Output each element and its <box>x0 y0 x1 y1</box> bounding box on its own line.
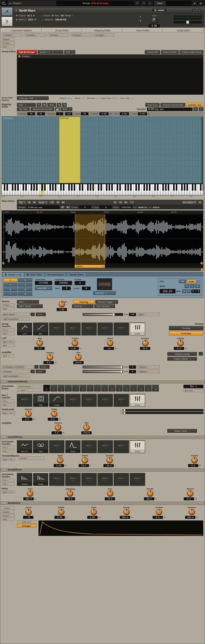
start-marker-handle[interactable] <box>2 262 4 264</box>
edit-dropdown[interactable]: Edit <box>2 482 15 486</box>
knob-value[interactable]: 0.00 <box>55 516 65 519</box>
tab-sample-editor[interactable]: Sample Editor <box>67 273 86 276</box>
play-icon[interactable] <box>124 201 128 204</box>
hqi-dropdown[interactable]: HQI: standard <box>94 304 115 308</box>
xfade-value[interactable]: 0 <box>75 281 85 285</box>
collapse-modulation-icon[interactable] <box>2 501 6 504</box>
ncolor-knob[interactable] <box>142 340 149 346</box>
loop-edit-dropdown[interactable]: Loop Edit <box>35 286 52 290</box>
expand-view-icon[interactable] <box>62 103 67 107</box>
zoom-tool-icon[interactable] <box>18 201 26 204</box>
panel-grip-icon[interactable] <box>198 201 202 204</box>
ahd-only-button[interactable]: AHD Only <box>17 520 36 524</box>
bypass-button[interactable]: Byp. <box>2 458 8 461</box>
waveform-display[interactable] <box>2 214 203 265</box>
bypass-button[interactable]: Byp. <box>2 490 8 494</box>
fx-slot-transient[interactable]: Trans. <box>65 440 81 453</box>
mod-button[interactable]: Mod <box>2 344 15 347</box>
script-tab-2[interactable]: <empty> <box>25 33 46 37</box>
mute-button[interactable]: M <box>138 19 142 23</box>
fx-slot-compressor[interactable]: Compr. <box>49 394 64 407</box>
tm-output-knob[interactable] <box>191 457 198 464</box>
tab-script-editor[interactable]: Script Editor <box>163 28 203 32</box>
send-level-slider-2[interactable] <box>123 412 203 414</box>
bus-button-4[interactable]: 4 <box>65 385 72 391</box>
add-modulator-dropdown[interactable]: add modulator ... <box>2 374 30 378</box>
knob-value[interactable]: 0.0 <box>184 497 194 500</box>
script-tab-4[interactable]: <empty> <box>71 33 92 37</box>
excl-grp-dropdown[interactable]: Excl. Grp: - <box>119 97 134 99</box>
next-instrument-icon[interactable] <box>198 1 203 5</box>
collapse-sends-icon[interactable] <box>2 468 6 471</box>
edit-all-groups-toggle[interactable]: Edit all Groups <box>91 2 108 5</box>
tracking-button[interactable]: Tracking <box>73 300 95 304</box>
add-modulator-dropdown[interactable]: add modulator ... <box>2 317 30 321</box>
reverse-button[interactable]: Reverse <box>72 304 93 308</box>
fx-slot-empty[interactable]: Add Fx <box>65 323 81 335</box>
knob-value[interactable]: 300.0 <box>185 516 195 519</box>
knob-value[interactable]: 20.0 <box>140 347 150 350</box>
loop-slot-4[interactable]: 4 <box>18 283 32 287</box>
grid-scrollbar[interactable] <box>202 117 203 183</box>
tab-zone-envelopes[interactable]: Zone Envelopes <box>45 273 66 276</box>
bus-button-2[interactable]: 2 <box>51 385 57 391</box>
modulation-menu-icon[interactable]: ▾ <box>199 501 203 504</box>
mapping-edit-menu[interactable]: Edit <box>17 103 36 107</box>
midi-next-icon[interactable] <box>35 18 36 21</box>
prev-marker-icon[interactable] <box>56 201 60 204</box>
tab-wave-editor[interactable]: Wave Editor <box>123 28 163 32</box>
loop-tune-value[interactable]: 0 <box>62 287 71 290</box>
noise-knob[interactable] <box>107 340 113 346</box>
source-preset-dropdown[interactable]: Preset <box>2 303 15 306</box>
end-marker-handle[interactable] <box>201 262 203 264</box>
env-release-knob[interactable] <box>189 509 195 515</box>
solo-zone-button[interactable]: Solo Zone <box>145 103 159 107</box>
krange-low[interactable]: F0 <box>27 112 35 115</box>
help-icon[interactable]: ? <box>197 280 200 283</box>
loop-slot-5[interactable]: 5 <box>3 287 17 291</box>
tab-group-editor[interactable]: Group Editor <box>42 28 82 32</box>
mod-source-dropdown[interactable]: Envelope (AHDSR) <box>2 365 33 369</box>
script-edit-dropdown[interactable]: Edit <box>2 45 15 48</box>
fx-slot-empty[interactable]: Add Fx <box>17 394 32 407</box>
reverb-send-knob[interactable] <box>25 411 32 417</box>
retrigger-button[interactable]: Retrigger <box>17 524 36 527</box>
midi-value[interactable]: [A] 1 <box>28 18 33 21</box>
loop-slot-6[interactable]: 6 <box>18 287 32 291</box>
undo-icon[interactable] <box>135 1 140 5</box>
fx-slot-sends[interactable]: Sends <box>130 440 145 453</box>
invert-button[interactable]: Invert <box>36 370 46 373</box>
create-empty-group-button[interactable]: Create Empty Group <box>179 50 203 54</box>
output-prev-icon[interactable] <box>16 14 17 17</box>
mod-intensity-slider[interactable] <box>83 366 123 368</box>
mode-dropdown[interactable]: Mode: - <box>74 97 85 99</box>
krange-high[interactable]: D1 <box>37 112 45 115</box>
bus-pan-knob[interactable] <box>83 424 90 431</box>
fx-slot-tape[interactable]: Tape <box>33 440 48 453</box>
smod-value[interactable]: 0 <box>100 206 112 209</box>
next-sample-icon[interactable] <box>66 206 70 209</box>
release-trigger-dropdown[interactable]: Release Trigger <box>95 300 118 304</box>
midi-prev-icon[interactable] <box>16 18 17 21</box>
sustain-knob[interactable] <box>106 457 113 464</box>
group-list[interactable]: ✓ Group 1 <box>17 54 203 95</box>
knob-value[interactable]: 500.0 <box>120 516 130 519</box>
attack-knob[interactable] <box>82 457 88 464</box>
mod-target-dropdown[interactable]: pitch <box>137 313 160 316</box>
wave-scroll-thumb[interactable] <box>2 269 200 270</box>
solo-button[interactable]: S <box>138 15 142 18</box>
knob-value[interactable]: 0.00 <box>54 464 64 467</box>
fx-slot-empty[interactable]: Add Fx <box>49 323 64 335</box>
bus-solo-button[interactable]: Bus Solo <box>184 389 203 392</box>
edit-dropdown[interactable]: Edit <box>2 403 15 406</box>
env-attack-knob[interactable] <box>58 509 64 515</box>
prev-sample-icon[interactable] <box>193 107 198 111</box>
wave-scroll-marker[interactable] <box>201 269 203 271</box>
knob-value[interactable]: -oo <box>104 347 114 350</box>
envelope-preset-dropdown[interactable]: Preset <box>2 514 15 517</box>
loop-slot-7[interactable]: 7 <box>3 292 17 296</box>
fade-time-dropdown[interactable]: Fade Time: ??? <box>100 97 119 99</box>
fx-slot-empty[interactable]: Add Fx <box>114 440 129 453</box>
group-solo-button[interactable]: Group Solo <box>145 50 160 54</box>
bus-button-10[interactable]: 10 <box>109 385 115 391</box>
